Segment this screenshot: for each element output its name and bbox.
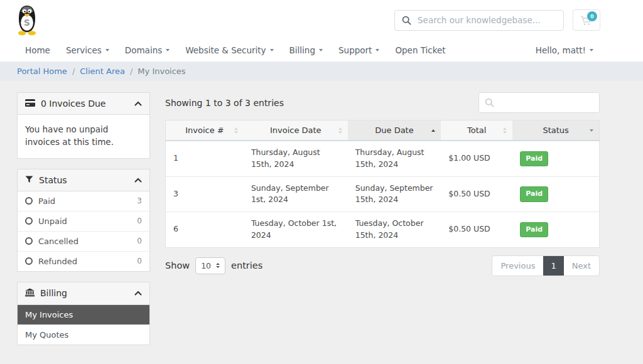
- breadcrumb: Portal Home / Client Area / My Invoices: [0, 62, 643, 81]
- invoice-row[interactable]: 1 Thursday, August 15th, 2024 Thursday, …: [166, 141, 600, 176]
- cart-count-badge: 0: [587, 11, 597, 21]
- caret-down-icon: [319, 49, 323, 51]
- breadcrumb-portal-home[interactable]: Portal Home: [17, 67, 67, 76]
- sidebar-item-my-quotes[interactable]: My Quotes: [18, 325, 149, 345]
- topbar-right: 0: [394, 9, 600, 31]
- breadcrumb-separator: /: [72, 67, 75, 76]
- nav-label: Services: [66, 45, 102, 55]
- breadcrumb-separator: /: [130, 67, 132, 76]
- table-toolbar: Showing 1 to 3 of 3 entries: [165, 92, 600, 113]
- cell-invoice-date: Thursday, August 15th, 2024: [244, 141, 348, 176]
- nav-item-open-ticket[interactable]: Open Ticket: [395, 45, 445, 55]
- filter-icon: [25, 175, 33, 185]
- status-filter-cancelled[interactable]: Cancelled 0: [18, 232, 149, 252]
- status-panel-header[interactable]: Status: [18, 169, 149, 191]
- cart-button[interactable]: 0: [573, 9, 600, 31]
- status-filter-unpaid[interactable]: Unpaid 0: [18, 211, 149, 232]
- cell-total: $1.00 USD: [441, 141, 512, 176]
- page-content: 0 Invoices Due You have no unpaid invoic…: [0, 81, 643, 355]
- sort-icon: [234, 127, 238, 134]
- nav-item-domains[interactable]: Domains: [125, 45, 170, 55]
- knowledgebase-search-input[interactable]: [394, 10, 564, 31]
- topbar: S 0: [0, 0, 643, 39]
- column-label: Due Date: [375, 126, 413, 135]
- cell-due-date: Sunday, September 15th, 2024: [348, 176, 441, 212]
- knowledgebase-search: [394, 10, 564, 31]
- caret-down-icon: [166, 49, 170, 51]
- circle-icon: [25, 217, 33, 225]
- cell-status: Paid: [512, 176, 599, 212]
- invoices-table: Invoice # Invoice Date Due Date Total St…: [165, 120, 600, 248]
- column-label: Status: [543, 126, 568, 135]
- sort-desc-icon: [590, 129, 593, 132]
- status-filter-paid[interactable]: Paid 3: [18, 191, 149, 211]
- column-header-total[interactable]: Total: [441, 120, 512, 141]
- invoices-due-panel-header[interactable]: 0 Invoices Due: [18, 93, 149, 115]
- status-filter-count: 0: [137, 237, 142, 245]
- cell-status: Paid: [512, 141, 599, 176]
- cell-status: Paid: [512, 212, 599, 248]
- status-badge: Paid: [520, 222, 548, 238]
- column-header-invoice-number[interactable]: Invoice #: [166, 120, 244, 141]
- cell-invoice-date: Sunday, September 1st, 2024: [244, 176, 348, 212]
- invoice-row[interactable]: 6 Tuesday, October 1st, 2024 Tuesday, Oc…: [166, 212, 600, 248]
- column-label: Total: [467, 126, 486, 135]
- status-filter-count: 0: [137, 217, 142, 225]
- breadcrumb-client-area[interactable]: Client Area: [80, 67, 125, 76]
- show-label: Show: [165, 260, 190, 270]
- cell-due-date: Thursday, August 15th, 2024: [348, 141, 441, 176]
- user-menu[interactable]: Hello, matt!: [536, 45, 593, 55]
- sort-icon: [503, 127, 507, 134]
- table-header-row: Invoice # Invoice Date Due Date Total St…: [166, 120, 600, 141]
- invoice-row[interactable]: 3 Sunday, September 1st, 2024 Sunday, Se…: [166, 176, 600, 212]
- nav-left: Home Services Domains Website & Security…: [25, 45, 446, 55]
- nav-item-home[interactable]: Home: [25, 45, 50, 55]
- entries-per-page-select[interactable]: 10: [195, 257, 225, 274]
- svg-text:S: S: [24, 18, 30, 28]
- status-filter-count: 3: [137, 196, 142, 205]
- nav-item-support[interactable]: Support: [338, 45, 379, 55]
- user-greeting: Hello, matt!: [536, 45, 586, 55]
- status-filter-label: Unpaid: [38, 217, 67, 226]
- billing-panel-header[interactable]: Billing: [18, 282, 149, 305]
- nav-item-billing[interactable]: Billing: [289, 45, 323, 55]
- billing-panel: Billing My Invoices My Quotes: [17, 282, 150, 345]
- column-header-due-date[interactable]: Due Date: [348, 120, 441, 141]
- pagination: Previous 1 Next: [492, 255, 600, 276]
- nav-item-website-security[interactable]: Website & Security: [185, 45, 273, 55]
- cell-invoice-number: 6: [166, 212, 244, 248]
- main-navigation: Home Services Domains Website & Security…: [0, 39, 643, 62]
- status-filter-refunded[interactable]: Refunded 0: [18, 252, 149, 271]
- pagination-previous-button[interactable]: Previous: [492, 256, 543, 276]
- cell-invoice-number: 3: [166, 176, 244, 212]
- chevron-up-icon: [134, 101, 142, 106]
- status-filter-panel: Status Paid 3 Unpaid 0 Cancelled 0: [17, 169, 150, 272]
- column-label: Invoice #: [185, 126, 224, 135]
- invoices-due-panel: 0 Invoices Due You have no unpaid invoic…: [17, 92, 150, 159]
- status-filter-label: Refunded: [38, 257, 77, 266]
- penguin-logo-icon: S: [13, 26, 41, 38]
- column-header-status[interactable]: Status: [512, 120, 599, 141]
- nav-item-services[interactable]: Services: [66, 45, 109, 55]
- pagination-page-1-button[interactable]: 1: [543, 256, 563, 276]
- table-search: [478, 92, 600, 113]
- invoices-due-message: You have no unpaid invoices at this time…: [18, 115, 149, 158]
- sort-icon: [338, 127, 342, 134]
- column-header-invoice-date[interactable]: Invoice Date: [244, 120, 348, 141]
- breadcrumb-current-page: My Invoices: [138, 67, 185, 76]
- sort-asc-icon: [431, 129, 435, 132]
- credit-card-icon: [25, 99, 35, 109]
- site-logo[interactable]: S: [13, 4, 41, 36]
- cell-total: $0.50 USD: [441, 212, 512, 248]
- pagination-next-button[interactable]: Next: [564, 256, 599, 276]
- chevron-up-icon: [134, 291, 142, 296]
- status-panel-title: Status: [39, 175, 67, 185]
- circle-icon: [25, 197, 33, 205]
- table-search-input[interactable]: [478, 92, 600, 113]
- sidebar-item-my-invoices[interactable]: My Invoices: [18, 305, 149, 325]
- show-entries-control: Show 10 entries: [165, 257, 262, 274]
- cell-invoice-number: 1: [166, 141, 244, 176]
- entries-per-page-value: 10: [201, 261, 211, 270]
- entries-label: entries: [231, 260, 262, 270]
- cell-total: $0.50 USD: [441, 176, 512, 212]
